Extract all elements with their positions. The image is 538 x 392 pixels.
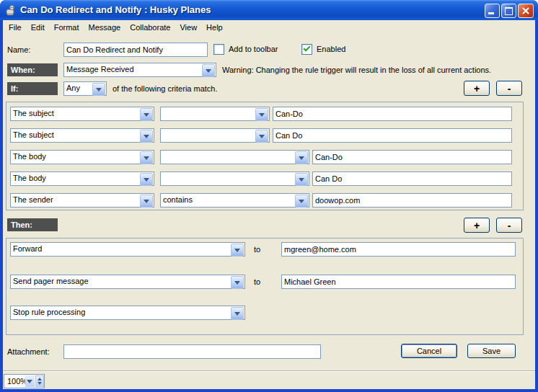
criteria-operator-select[interactable] (160, 107, 270, 121)
remove-action-button[interactable]: - (496, 218, 522, 233)
chevron-down-icon[interactable] (140, 195, 153, 208)
criteria-field-select[interactable]: The sender (10, 193, 154, 208)
chevron-down-icon[interactable] (202, 64, 215, 77)
chevron-down-icon[interactable] (140, 151, 153, 164)
enabled-checkbox[interactable]: Enabled (301, 44, 359, 55)
minimize-button[interactable] (485, 4, 500, 18)
add-criterion-button[interactable]: + (464, 81, 490, 96)
rules-dialog-window: Can Do Redirect and Notify : Husky Plane… (0, 0, 538, 392)
action-target-input[interactable] (281, 275, 516, 289)
checkbox-box[interactable] (301, 44, 312, 55)
chevron-down-icon[interactable] (92, 83, 105, 96)
action-to-label: to (254, 245, 260, 254)
action-type-select[interactable]: Stop rule processing (10, 306, 245, 320)
spinner-up-icon (38, 378, 42, 380)
criteria-value-input[interactable] (312, 172, 512, 186)
criteria-value-input[interactable] (312, 193, 512, 208)
chevron-down-icon[interactable] (140, 173, 153, 186)
chevron-down-icon[interactable] (255, 130, 268, 143)
action-type-select[interactable]: Send pager message (10, 275, 245, 289)
criteria-operator-select[interactable] (160, 172, 309, 186)
when-section-label: When: (7, 63, 58, 76)
zoom-dropdown-arrow-icon[interactable] (25, 375, 35, 387)
menu-item-message[interactable]: Message (89, 23, 121, 32)
add-to-toolbar-checkbox[interactable]: Add to toolbar (213, 44, 293, 55)
app-icon[interactable] (5, 4, 17, 16)
enabled-label: Enabled (317, 45, 345, 53)
action-target-input[interactable] (281, 242, 516, 257)
criteria-operator-select[interactable] (160, 150, 309, 164)
cancel-button[interactable]: Cancel (401, 344, 457, 358)
criteria-field-select[interactable]: The body (10, 150, 154, 164)
statusbar-divider (3, 370, 535, 372)
menu-item-view[interactable]: View (180, 23, 197, 32)
window-title: Can Do Redirect and Notify : Husky Plane… (20, 4, 211, 15)
check-icon (304, 45, 311, 52)
add-to-toolbar-label: Add to toolbar (229, 45, 278, 53)
chevron-down-icon[interactable] (231, 307, 244, 320)
trigger-select[interactable]: Message Received (63, 63, 216, 77)
criteria-operator-select[interactable]: contains (160, 193, 309, 208)
menu-item-edit[interactable]: Edit (31, 23, 45, 32)
remove-criterion-button[interactable]: - (496, 81, 522, 96)
chevron-down-icon[interactable] (255, 108, 268, 121)
maximize-icon (505, 7, 513, 15)
zoom-spinner[interactable] (35, 375, 44, 387)
rule-name-input[interactable] (63, 43, 208, 57)
spinner-down-icon (38, 382, 42, 385)
maximize-button[interactable] (501, 4, 516, 18)
minimize-icon (488, 12, 494, 14)
attachment-input[interactable] (63, 344, 321, 359)
titlebar: Can Do Redirect and Notify : Husky Plane… (0, 0, 538, 20)
zoom-control[interactable]: 100% (4, 374, 45, 388)
zoom-value: 100% (7, 377, 27, 386)
chevron-down-icon[interactable] (295, 195, 308, 208)
add-action-button[interactable]: + (464, 218, 490, 233)
criteria-value-input[interactable] (273, 128, 512, 143)
close-button[interactable] (518, 4, 534, 18)
menu-item-format[interactable]: Format (54, 23, 79, 32)
criteria-field-select[interactable]: The body (10, 172, 154, 186)
criteria-value-input[interactable] (312, 150, 512, 164)
if-section-label: If: (7, 82, 58, 95)
criteria-operator-select[interactable] (160, 128, 270, 143)
then-section-label: Then: (7, 218, 58, 231)
menu-item-collaborate[interactable]: Collaborate (130, 23, 170, 32)
criteria-value-input[interactable] (273, 107, 512, 121)
action-type-select[interactable]: Forward (10, 242, 245, 257)
save-button[interactable]: Save (467, 344, 516, 358)
menu-item-file[interactable]: File (9, 23, 22, 32)
chevron-down-icon[interactable] (140, 130, 153, 143)
trigger-warning-text: Warning: Changing the rule trigger will … (222, 66, 491, 74)
checkbox-box[interactable] (213, 44, 224, 55)
criteria-field-select[interactable]: The subject (10, 107, 154, 121)
menu-item-help[interactable]: Help (206, 23, 223, 32)
chevron-down-icon[interactable] (295, 151, 308, 164)
chevron-down-icon[interactable] (231, 244, 244, 257)
action-to-label: to (254, 277, 260, 286)
chevron-down-icon[interactable] (231, 276, 244, 289)
criteria-field-select[interactable]: The subject (10, 128, 154, 143)
name-label: Name: (7, 45, 30, 54)
chevron-down-icon[interactable] (295, 173, 308, 186)
match-mode-suffix: of the following criteria match. (113, 84, 218, 93)
attachment-label: Attachment: (7, 347, 50, 356)
match-mode-select[interactable]: Any (63, 81, 107, 96)
chevron-down-icon[interactable] (140, 108, 153, 121)
menu-bar: File Edit Format Message Collaborate Vie… (3, 20, 535, 35)
